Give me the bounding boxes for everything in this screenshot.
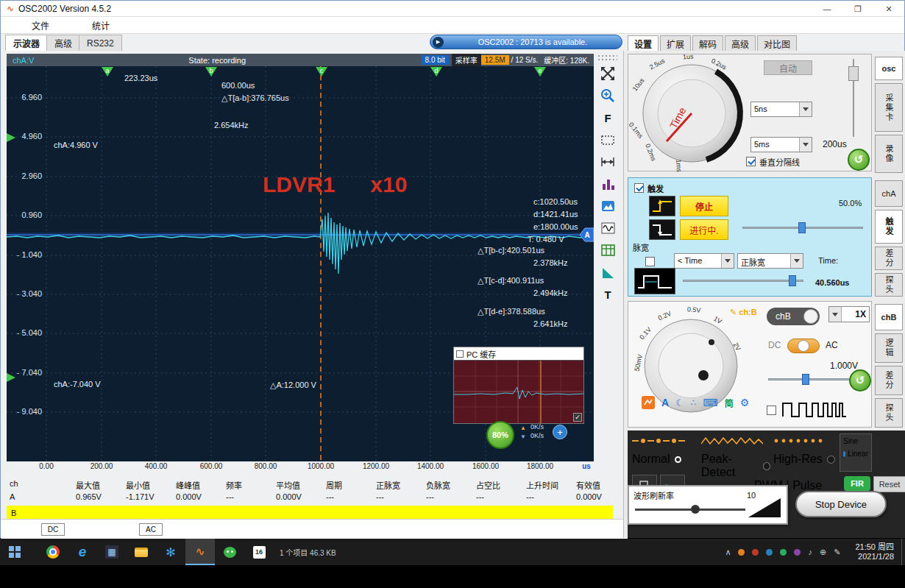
- volt-reset-button[interactable]: ↺: [849, 369, 871, 392]
- timebase-knob[interactable]: Time 10us 2.5us 1us 0.2us 0.1ms 0.2ms 1m…: [634, 56, 749, 171]
- trigger-edge-falling-button[interactable]: [649, 219, 675, 240]
- pc-cache-checkbox[interactable]: [456, 350, 464, 358]
- keyboard-icon[interactable]: ⌨: [703, 397, 717, 408]
- side-tab-cha[interactable]: chA: [875, 180, 903, 207]
- waveform-export-icon[interactable]: [597, 219, 618, 238]
- panel-tab-decode[interactable]: 解码: [692, 35, 723, 51]
- panel-tab-compare[interactable]: 对比图: [757, 35, 797, 51]
- screenshot-icon[interactable]: [597, 196, 618, 216]
- trigger-stop-button[interactable]: 停止: [680, 196, 728, 216]
- refresh-rate-track[interactable]: [635, 509, 745, 511]
- acq-mode-peak[interactable]: Peak-Detect: [701, 435, 770, 470]
- chb-toggle[interactable]: chB: [767, 308, 820, 325]
- taskbar-edge-icon[interactable]: e: [68, 539, 97, 565]
- spectrum-icon[interactable]: [597, 174, 618, 194]
- chevron-down-icon[interactable]: [790, 254, 803, 268]
- tray-app-purple-icon[interactable]: [794, 549, 801, 556]
- minimize-button[interactable]: —: [812, 1, 842, 17]
- reset-button[interactable]: Reset: [873, 476, 905, 492]
- trigger-enable-checkbox[interactable]: [634, 183, 644, 193]
- text-tool-icon[interactable]: A: [661, 397, 669, 408]
- trigger-level-handle[interactable]: [798, 222, 806, 233]
- tray-chevron-icon[interactable]: ∧: [725, 548, 731, 557]
- side-tab-record[interactable]: 录像: [875, 135, 903, 173]
- zoom-in-icon[interactable]: [597, 86, 618, 105]
- taskbar-explorer-icon[interactable]: [127, 539, 156, 565]
- taskbar-osc2002-icon[interactable]: ∿: [185, 539, 215, 565]
- tray-sound-icon[interactable]: ♪: [808, 548, 812, 556]
- tray-app-orange-icon[interactable]: [738, 549, 745, 556]
- tray-app-blue-icon[interactable]: [766, 549, 773, 556]
- side-tab-diff-a[interactable]: 差分: [875, 247, 903, 270]
- data-table-icon[interactable]: [597, 241, 618, 260]
- coupling-toggle-knob[interactable]: [798, 340, 809, 352]
- chevron-down-icon[interactable]: [799, 138, 812, 152]
- pulse-width-slider[interactable]: [681, 275, 805, 287]
- panel-tab-extension[interactable]: 扩展: [660, 35, 691, 51]
- volt-offset-slider[interactable]: [767, 374, 853, 386]
- dots-icon[interactable]: ∴: [691, 397, 697, 408]
- pulse-width-handle[interactable]: [789, 275, 796, 286]
- fit-screen-icon[interactable]: [597, 64, 618, 83]
- ramp-tool-icon[interactable]: [597, 263, 618, 282]
- chevron-down-icon[interactable]: [799, 102, 812, 116]
- fir-button[interactable]: FIR: [844, 476, 870, 491]
- stop-device-button[interactable]: Stop Device: [795, 491, 887, 517]
- side-tab-chb[interactable]: chB: [875, 304, 903, 330]
- menu-statistics[interactable]: 统计: [82, 19, 120, 32]
- side-tab-probe-b[interactable]: 探头: [875, 398, 903, 428]
- tray-app-red-icon[interactable]: [752, 549, 759, 556]
- taskbar-calculator-icon[interactable]: ▦: [97, 539, 127, 565]
- pulse-compare-select[interactable]: < Time: [674, 253, 734, 269]
- volt-offset-handle[interactable]: [802, 374, 809, 385]
- pc-cache-panel[interactable]: PC 缓存 ✓: [453, 347, 584, 424]
- taskbar-calendar-icon[interactable]: 16: [244, 539, 274, 565]
- coupling-ac-button[interactable]: AC: [139, 523, 163, 536]
- panel-tab-advanced[interactable]: 高级: [725, 35, 756, 51]
- pulse-mode-select[interactable]: 正脉宽: [737, 253, 803, 269]
- radio-normal[interactable]: [675, 456, 681, 463]
- buffer-progress-button[interactable]: 80%: [486, 421, 514, 449]
- side-tab-daq[interactable]: 采集卡: [875, 83, 903, 132]
- add-marker-button[interactable]: +: [553, 425, 567, 439]
- auto-button[interactable]: 自动: [764, 60, 812, 75]
- trigger-edge-rising-button[interactable]: [649, 196, 675, 216]
- panel-tab-settings[interactable]: 设置: [628, 35, 659, 51]
- gear-icon[interactable]: ⚙: [740, 397, 750, 408]
- start-button[interactable]: [0, 539, 29, 565]
- chb-toggle-knob[interactable]: [803, 309, 818, 324]
- tab-advanced[interactable]: 高级: [46, 35, 80, 51]
- trigger-running-button[interactable]: 进行中.: [680, 219, 728, 240]
- tab-oscilloscope[interactable]: 示波器: [5, 35, 48, 51]
- trigger-level-slider[interactable]: [741, 222, 865, 234]
- pwm-view-checkbox[interactable]: [767, 405, 776, 415]
- measure-row-a[interactable]: A 0.965V -1.171V 0.000V --- 0.000V --- -…: [7, 491, 629, 503]
- measure-row-b[interactable]: B: [7, 506, 613, 519]
- acq-mode-normal[interactable]: Normal: [632, 435, 698, 470]
- toolbar-grip[interactable]: [598, 55, 617, 61]
- refresh-rate-handle[interactable]: [691, 505, 700, 514]
- side-tab-logic[interactable]: 逻辑: [875, 333, 903, 363]
- show-desktop-button[interactable]: [901, 539, 905, 565]
- timebase-scroll-handle[interactable]: [848, 66, 859, 81]
- pc-cache-corner-checkbox[interactable]: ✓: [573, 413, 582, 422]
- taskbar-wechat-icon[interactable]: [215, 539, 244, 565]
- waveform-plot[interactable]: a b c d e A 6.960 4.960 2.960 0.960 - 1.…: [7, 66, 594, 461]
- chevron-down-icon[interactable]: [829, 307, 842, 322]
- autoset-icon[interactable]: [642, 396, 655, 409]
- coupling-toggle[interactable]: [787, 339, 820, 353]
- tray-pen-icon[interactable]: ✎: [834, 548, 840, 557]
- taskbar-clock[interactable]: 21:50 周四 2021/1/28: [855, 542, 894, 562]
- tab-rs232[interactable]: RS232: [79, 35, 122, 51]
- taskbar-app-blue-icon[interactable]: ✻: [156, 539, 185, 565]
- taskbar-chrome-icon[interactable]: [38, 539, 68, 565]
- chevron-down-icon[interactable]: [721, 254, 734, 268]
- coupling-dc-button[interactable]: DC: [41, 523, 65, 536]
- fast-timebase-select[interactable]: 5ns: [750, 102, 812, 117]
- radio-hires[interactable]: [827, 456, 835, 464]
- trigger-text-tool[interactable]: T: [597, 285, 618, 304]
- timebase-scrollbar[interactable]: [848, 59, 859, 137]
- play-icon[interactable]: ▶: [433, 37, 444, 48]
- night-mode-icon[interactable]: ☾: [675, 397, 684, 408]
- horizontal-measure-icon[interactable]: [597, 152, 618, 171]
